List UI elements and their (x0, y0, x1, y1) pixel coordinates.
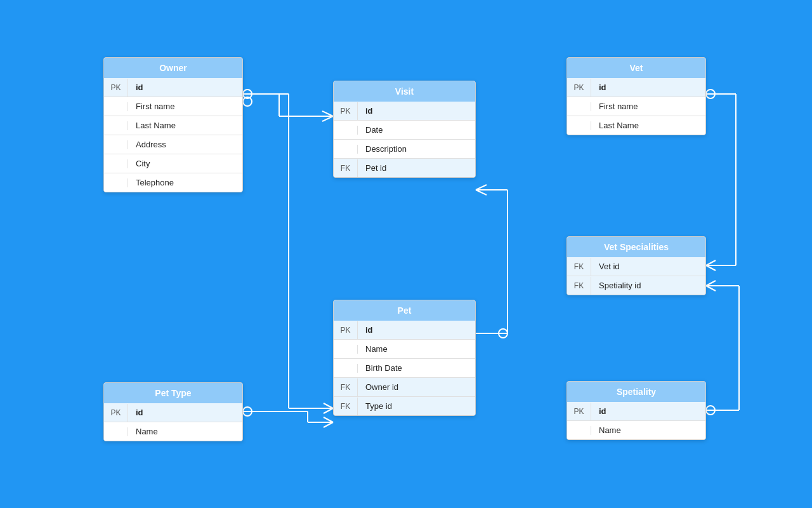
table-row: Telephone (104, 173, 242, 192)
row-value: Last Name (128, 116, 183, 135)
row-value: First name (591, 97, 645, 116)
table-row: Name (567, 421, 705, 439)
row-value: Birth Date (358, 359, 410, 377)
speciality-table-header: Spetiality (567, 382, 705, 402)
table-row: City (104, 154, 242, 173)
svg-point-21 (243, 407, 252, 416)
table-row: PK id (334, 102, 475, 121)
svg-point-33 (706, 406, 715, 415)
pettype-table: Pet Type PK id Name (103, 382, 243, 441)
svg-line-34 (706, 281, 716, 286)
row-value: Type id (358, 397, 400, 415)
row-key: PK (334, 321, 358, 339)
table-row: PK id (567, 78, 705, 97)
row-value: id (358, 102, 381, 120)
table-row: Last Name (567, 116, 705, 135)
row-value: Spetiality id (591, 276, 648, 295)
svg-line-29 (706, 265, 716, 271)
vet-table-header: Vet (567, 58, 705, 78)
table-row: FK Spetiality id (567, 276, 705, 295)
vet-table: Vet PK id First name Last Name (566, 57, 706, 135)
pet-table-header: Pet (334, 300, 475, 321)
table-row: FK Type id (334, 397, 475, 415)
row-value: City (128, 154, 157, 173)
row-key (104, 121, 128, 130)
svg-line-11 (476, 190, 487, 195)
svg-line-28 (706, 260, 716, 265)
svg-line-5 (322, 116, 333, 121)
vetspecialities-table: Vet Specialities FK Vet id FK Spetiality… (566, 236, 706, 295)
row-key (334, 145, 358, 154)
row-key: PK (334, 102, 358, 120)
row-value: Date (358, 121, 390, 139)
table-row: FK Pet id (334, 159, 475, 177)
row-value: id (128, 403, 151, 422)
row-value: Vet id (591, 257, 627, 276)
row-value: Description (358, 140, 414, 158)
table-row: Name (334, 340, 475, 359)
row-key (567, 102, 591, 111)
row-value: Name (128, 422, 166, 441)
row-key: PK (104, 404, 128, 422)
row-key (567, 121, 591, 130)
svg-line-17 (324, 408, 333, 413)
row-key: FK (567, 277, 591, 295)
row-key: FK (334, 398, 358, 415)
row-key: FK (334, 159, 358, 177)
row-key (104, 427, 128, 436)
row-key (567, 426, 591, 435)
row-key: FK (567, 258, 591, 276)
row-key: PK (567, 403, 591, 420)
table-row: PK id (567, 402, 705, 421)
row-value: id (591, 78, 614, 97)
table-row: PK id (104, 403, 242, 422)
table-row: PK id (334, 321, 475, 340)
table-row: Description (334, 140, 475, 159)
row-key (104, 102, 128, 111)
diagram-canvas: Owner PK id First name Last Name Address… (0, 0, 812, 508)
row-value: Owner id (358, 378, 406, 396)
row-key (104, 159, 128, 168)
pet-table: Pet PK id Name Birth Date FK Owner id FK… (333, 300, 476, 416)
row-value: Telephone (128, 173, 181, 192)
svg-line-23 (324, 422, 333, 427)
row-value: First name (128, 97, 182, 116)
row-value: id (591, 402, 614, 420)
svg-point-27 (706, 90, 715, 98)
row-value: Last Name (591, 116, 646, 135)
row-value: Name (358, 340, 395, 358)
visit-table: Visit PK id Date Description FK Pet id (333, 81, 476, 178)
row-key: FK (334, 378, 358, 396)
table-row: First name (104, 97, 242, 116)
svg-point-9 (499, 329, 508, 338)
table-row: Last Name (104, 116, 242, 135)
row-value: Address (128, 135, 174, 154)
visit-table-header: Visit (334, 81, 475, 102)
owner-table: Owner PK id First name Last Name Address… (103, 57, 243, 192)
table-row: FK Vet id (567, 257, 705, 276)
row-value: id (358, 321, 381, 339)
vetspecialities-table-header: Vet Specialities (567, 237, 705, 257)
table-row: First name (567, 97, 705, 116)
svg-line-35 (706, 286, 716, 291)
speciality-table: Spetiality PK id Name (566, 381, 706, 440)
svg-line-10 (476, 185, 487, 190)
table-row: FK Owner id (334, 378, 475, 397)
table-row: Address (104, 135, 242, 154)
svg-line-22 (324, 417, 333, 422)
svg-point-15 (243, 97, 252, 106)
row-key: PK (104, 79, 128, 97)
row-key (334, 126, 358, 135)
svg-line-16 (324, 403, 333, 408)
row-key (334, 345, 358, 354)
svg-point-3 (243, 90, 252, 98)
owner-table-header: Owner (104, 58, 242, 78)
row-key: PK (567, 79, 591, 97)
row-value: Name (591, 421, 629, 439)
table-row: Date (334, 121, 475, 140)
row-value: id (128, 78, 151, 97)
table-row: PK id (104, 78, 242, 97)
row-key (104, 178, 128, 187)
row-key (334, 364, 358, 373)
pettype-table-header: Pet Type (104, 383, 242, 403)
